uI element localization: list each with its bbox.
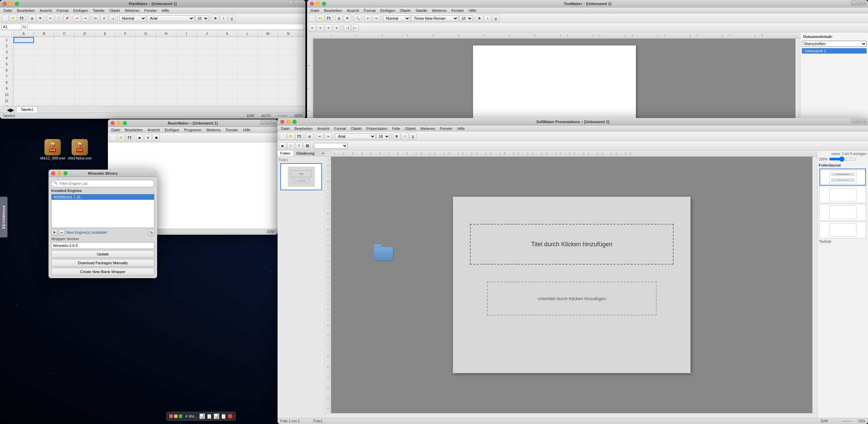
cell-K1[interactable]: [217, 37, 238, 43]
pres-slide-title[interactable]: Titel durch Klicken hinzufügen: [470, 224, 674, 265]
planmaker-open-btn[interactable]: 📂: [10, 15, 17, 22]
pres-layout-title-content[interactable]: [819, 169, 866, 186]
planmaker-menu-weiteres[interactable]: Weiteres: [123, 8, 141, 13]
bm-run-btn[interactable]: ▶: [136, 134, 144, 141]
cell-B1[interactable]: [34, 37, 54, 43]
planmaker-formula-input[interactable]: [27, 24, 304, 30]
cell-M1[interactable]: [258, 37, 278, 43]
planmaker-menu-datei[interactable]: Datei: [1, 8, 14, 13]
planmaker-cell-ref[interactable]: [1, 24, 22, 30]
col-M[interactable]: M: [258, 31, 278, 37]
wineskin-download-btn[interactable]: Download Packages Manually: [51, 259, 154, 267]
pres-menu-fenster[interactable]: Fenster: [438, 126, 454, 131]
pres-bold-btn[interactable]: B: [393, 133, 400, 140]
wineskin-version-input[interactable]: [51, 242, 154, 249]
pres-menu-datei[interactable]: Datei: [279, 126, 292, 131]
pres-tab-gliederung[interactable]: Gliederung: [294, 151, 317, 156]
planmaker-max-btn[interactable]: [15, 2, 19, 6]
row-7[interactable]: 7: [0, 74, 14, 80]
basicmaker-close2-btn[interactable]: ×: [271, 120, 276, 125]
basicmaker-min-btn[interactable]: [117, 121, 121, 125]
pres-play-btn[interactable]: ▶: [279, 142, 286, 150]
tm-preview-btn[interactable]: 👁: [343, 15, 351, 22]
icon-folder[interactable]: [370, 244, 397, 261]
tm-align-left-btn[interactable]: ≡: [308, 24, 316, 32]
pres-slide-thumbnail-1[interactable]: Titel Untertitel: [280, 163, 322, 190]
row-10[interactable]: 10: [0, 92, 14, 98]
wineskin-new-engine-label[interactable]: New Engine(s) available!: [66, 230, 108, 234]
col-B[interactable]: B: [34, 31, 54, 37]
pres-max-btn[interactable]: [293, 120, 297, 124]
col-G[interactable]: G: [136, 31, 156, 37]
pres-open-btn[interactable]: 📂: [287, 133, 295, 140]
planmaker-resize-btn[interactable]: □: [294, 1, 299, 5]
tm-open-btn[interactable]: 📂: [317, 15, 324, 22]
row-11[interactable]: 11: [0, 98, 14, 104]
col-E[interactable]: E: [95, 31, 115, 37]
planmaker-font-dropdown[interactable]: Arial: [147, 15, 194, 21]
tm-bold-btn[interactable]: B: [476, 15, 483, 22]
pres-undo-btn[interactable]: ↩: [316, 133, 324, 140]
row-2[interactable]: 2: [0, 43, 14, 49]
textmaker-size-dropdown[interactable]: 10: [459, 15, 473, 21]
bm-menu-datei[interactable]: Datei: [109, 128, 122, 132]
wineskin-min-btn[interactable]: [57, 171, 61, 175]
wineskin-update-btn[interactable]: Update: [51, 250, 154, 258]
planmaker-menu-einfuegen[interactable]: Einfügen: [71, 8, 90, 13]
planmaker-zoom-slider[interactable]: ────: [278, 114, 287, 118]
wineskin-create-btn[interactable]: Create New Blank Wrapper: [51, 268, 154, 275]
tm-italic-btn[interactable]: I: [484, 15, 491, 22]
textmaker-collapse-btn[interactable]: –: [851, 1, 856, 5]
planmaker-redo-btn[interactable]: ↪: [82, 15, 89, 22]
pres-underline-btn[interactable]: U: [409, 133, 417, 140]
col-F[interactable]: F: [115, 31, 136, 37]
pres-italic-btn[interactable]: I: [401, 133, 409, 140]
pres-save-btn[interactable]: 💾: [295, 133, 303, 140]
planmaker-menu-fenster[interactable]: Fenster: [142, 8, 159, 13]
textmaker-menu-hilfe[interactable]: Hilfe: [467, 8, 478, 13]
tm-align-center-btn[interactable]: ≡: [317, 24, 324, 32]
planmaker-copy-btn[interactable]: 📋: [55, 15, 62, 22]
planmaker-undo-btn[interactable]: ↩: [74, 15, 81, 22]
pres-menu-bearbeiten[interactable]: Bearbeiten: [293, 126, 315, 131]
textmaker-resize-btn[interactable]: □: [856, 1, 861, 5]
col-I[interactable]: I: [176, 31, 197, 37]
pres-close2-btn[interactable]: ×: [862, 119, 867, 123]
pres-menu-objekt[interactable]: Objekt: [349, 126, 364, 131]
pres-layout-dropdown[interactable]: [314, 143, 348, 149]
planmaker-sort-btn[interactable]: A↕: [92, 15, 100, 22]
pres-scrollbar-v[interactable]: [812, 157, 817, 413]
planmaker-new-btn[interactable]: 📄: [1, 15, 9, 22]
textmaker-menu-einfuegen[interactable]: Einfügen: [378, 8, 397, 13]
tm-redo-btn[interactable]: ↪: [373, 15, 380, 22]
bm-new-btn[interactable]: 📄: [109, 134, 117, 141]
tm-find-btn[interactable]: 🔍: [354, 15, 361, 22]
wineskin-remove-engine-btn[interactable]: –: [59, 229, 65, 235]
textmaker-menu-weiteres[interactable]: Weiteres: [430, 8, 449, 13]
bm-stop-btn[interactable]: ⏹: [152, 134, 160, 141]
planmaker-chart-btn[interactable]: 📊: [109, 15, 116, 22]
planmaker-paste-btn[interactable]: 📌: [63, 15, 71, 22]
planmaker-underline-btn[interactable]: U: [228, 15, 235, 22]
textmaker-max-btn[interactable]: [322, 2, 326, 6]
textmaker-min-btn[interactable]: [316, 2, 320, 6]
cell-N1[interactable]: [278, 37, 299, 43]
wineskin-engine-item[interactable]: WS9Wine1.7.15: [52, 194, 154, 200]
row-6[interactable]: 6: [0, 68, 14, 74]
sheet-nav-left[interactable]: ◀: [7, 107, 11, 113]
tm-print-btn[interactable]: 🖨: [335, 15, 343, 22]
planmaker-sum-btn[interactable]: Σ: [100, 15, 108, 22]
wineskin-close-btn[interactable]: [51, 171, 55, 175]
taskbar-min[interactable]: [174, 415, 177, 418]
pres-min-btn[interactable]: [286, 120, 290, 124]
devonthink-tab[interactable]: DEVONthink: [0, 197, 7, 237]
textmaker-style-dropdown[interactable]: Normal: [383, 15, 410, 21]
pres-zoom-slider[interactable]: [829, 156, 856, 162]
textmaker-close-btn[interactable]: [310, 2, 314, 6]
planmaker-style-dropdown[interactable]: Normal: [119, 15, 146, 21]
bm-menu-ansicht[interactable]: Ansicht: [146, 128, 162, 132]
textmaker-menu-bearbeiten[interactable]: Bearbeiten: [322, 8, 344, 13]
planmaker-menu-hilfe[interactable]: Hilfe: [159, 8, 171, 13]
planmaker-save-btn[interactable]: 💾: [18, 15, 25, 22]
pres-text-btn[interactable]: T: [295, 142, 303, 150]
